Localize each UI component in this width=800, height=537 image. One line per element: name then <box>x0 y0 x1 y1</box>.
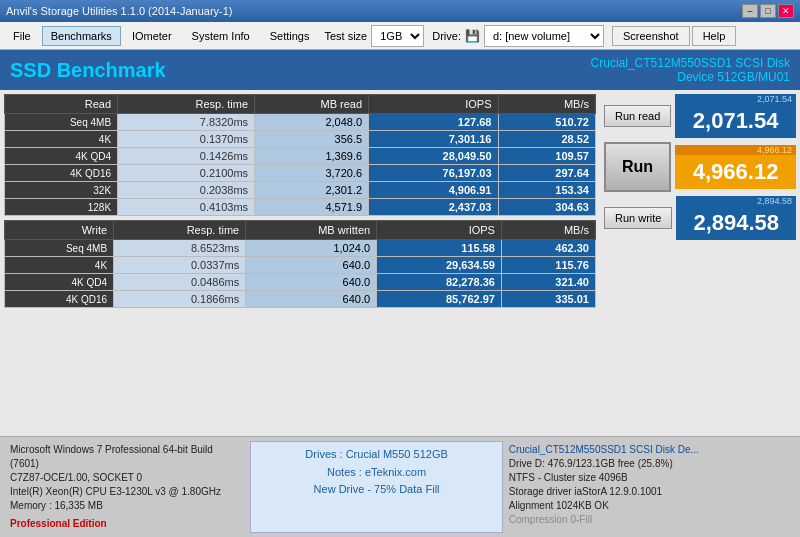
read-row-label: 4K <box>5 131 118 148</box>
write-table-row: 4K 0.0337ms 640.0 29,634.59 115.76 <box>5 257 596 274</box>
read-iops: 7,301.16 <box>369 131 498 148</box>
write-resp-time: 0.0486ms <box>114 274 246 291</box>
read-resp-time: 7.8320ms <box>118 114 255 131</box>
run-read-score-big: 2,071.54 <box>675 104 796 138</box>
device-info: Crucial_CT512M550SSD1 SCSI Disk Device 5… <box>591 56 790 84</box>
read-resp-time: 0.1370ms <box>118 131 255 148</box>
write-iops: 82,278.36 <box>377 274 502 291</box>
read-table-row: 32K 0.2038ms 2,301.2 4,906.91 153.34 <box>5 182 596 199</box>
read-mb: 356.5 <box>255 131 369 148</box>
minimize-button[interactable]: – <box>742 4 758 18</box>
run-write-score: 2,894.58 2,894.58 <box>676 196 796 240</box>
read-mb: 2,301.2 <box>255 182 369 199</box>
title-bar-text: Anvil's Storage Utilities 1.1.0 (2014-Ja… <box>6 5 232 17</box>
sys-info-line: Intel(R) Xeon(R) CPU E3-1230L v3 @ 1.80G… <box>10 485 244 499</box>
run-read-score-small: 2,071.54 <box>675 94 796 104</box>
write-table-row: 4K QD4 0.0486ms 640.0 82,278.36 321.40 <box>5 274 596 291</box>
close-button[interactable]: ✕ <box>778 4 794 18</box>
menu-settings[interactable]: Settings <box>261 26 319 46</box>
test-size-label: Test size <box>324 30 367 42</box>
menu-system-info[interactable]: System Info <box>183 26 259 46</box>
read-mbs: 28.52 <box>498 131 596 148</box>
write-table-row: Seq 4MB 8.6523ms 1,024.0 115.58 462.30 <box>5 240 596 257</box>
title-bar: Anvil's Storage Utilities 1.1.0 (2014-Ja… <box>0 0 800 22</box>
write-resp-time: 0.1866ms <box>114 291 246 308</box>
notes-line2: Notes : eTeknix.com <box>259 464 493 482</box>
write-table: Write Resp. time MB written IOPS MB/s Se… <box>4 220 596 308</box>
main-content: SSD Benchmark Crucial_CT512M550SSD1 SCSI… <box>0 50 800 537</box>
write-iops: 85,762.97 <box>377 291 502 308</box>
write-mb: 1,024.0 <box>246 240 377 257</box>
write-mbs: 335.01 <box>501 291 595 308</box>
write-resp-time: 8.6523ms <box>114 240 246 257</box>
read-mbs: 109.57 <box>498 148 596 165</box>
read-mbs: 153.34 <box>498 182 596 199</box>
read-mbs: 304.63 <box>498 199 596 216</box>
menu-benchmarks[interactable]: Benchmarks <box>42 26 121 46</box>
read-table-row: 4K QD16 0.2100ms 3,720.6 76,197.03 297.6… <box>5 165 596 182</box>
read-table: Read Resp. time MB read IOPS MB/s Seq 4M… <box>4 94 596 216</box>
run-button[interactable]: Run <box>604 142 671 192</box>
read-resp-time: 0.2038ms <box>118 182 255 199</box>
read-mb: 1,369.6 <box>255 148 369 165</box>
read-row-label: Seq 4MB <box>5 114 118 131</box>
pro-edition-label: Professional Edition <box>10 517 244 531</box>
tables-area: Read Resp. time MB read IOPS MB/s Seq 4M… <box>0 90 600 436</box>
write-iops: 115.58 <box>377 240 502 257</box>
write-row-label: 4K <box>5 257 114 274</box>
run-read-button[interactable]: Run read <box>604 105 671 127</box>
read-table-row: Seq 4MB 7.8320ms 2,048.0 127.68 510.72 <box>5 114 596 131</box>
menu-iometer[interactable]: IOmeter <box>123 26 181 46</box>
run-write-button[interactable]: Run write <box>604 207 672 229</box>
read-table-row: 128K 0.4103ms 4,571.9 2,437.03 304.63 <box>5 199 596 216</box>
run-score: 4,966.12 4,966.12 <box>675 145 796 189</box>
read-mb: 3,720.6 <box>255 165 369 182</box>
main-run-group: Run 4,966.12 4,966.12 <box>604 142 796 192</box>
maximize-button[interactable]: □ <box>760 4 776 18</box>
read-resp-time: 0.1426ms <box>118 148 255 165</box>
drive-icon: 💾 <box>465 29 480 43</box>
test-size-select[interactable]: 1GB 2GB 4GB <box>371 25 424 47</box>
read-iops: 2,437.03 <box>369 199 498 216</box>
title-bar-buttons: – □ ✕ <box>742 4 794 18</box>
device-line1: Crucial_CT512M550SSD1 SCSI Disk <box>591 56 790 70</box>
write-resp-time: 0.0337ms <box>114 257 246 274</box>
sys-info-line: C7Z87-OCE/1.00, SOCKET 0 <box>10 471 244 485</box>
read-mb: 4,571.9 <box>255 199 369 216</box>
help-button[interactable]: Help <box>692 26 737 46</box>
read-table-row: 4K 0.1370ms 356.5 7,301.16 28.52 <box>5 131 596 148</box>
content-area: Read Resp. time MB read IOPS MB/s Seq 4M… <box>0 90 800 436</box>
run-score-small: 4,966.12 <box>675 145 796 155</box>
sys-info-line: Microsoft Windows 7 Professional 64-bit … <box>10 443 244 471</box>
read-row-label: 32K <box>5 182 118 199</box>
read-row-label: 4K QD16 <box>5 165 118 182</box>
read-mbs: 510.72 <box>498 114 596 131</box>
notes-line1: Drives : Crucial M550 512GB <box>259 446 493 464</box>
drive-info-fs: NTFS - Cluster size 4096B <box>509 471 790 485</box>
write-mb: 640.0 <box>246 274 377 291</box>
read-mbs: 297.64 <box>498 165 596 182</box>
run-score-big: 4,966.12 <box>675 155 796 189</box>
drive-group: Drive: 💾 d: [new volume] <box>432 25 604 47</box>
menu-bar: File Benchmarks IOmeter System Info Sett… <box>0 22 800 50</box>
write-mb: 640.0 <box>246 257 377 274</box>
write-iops: 29,634.59 <box>377 257 502 274</box>
write-mbs: 115.76 <box>501 257 595 274</box>
write-row-label: 4K QD4 <box>5 274 114 291</box>
test-size-group: Test size 1GB 2GB 4GB <box>324 25 424 47</box>
device-line2: Device 512GB/MU01 <box>591 70 790 84</box>
write-mbs: 321.40 <box>501 274 595 291</box>
run-read-group: Run read 2,071.54 2,071.54 <box>604 94 796 138</box>
write-table-row: 4K QD16 0.1866ms 640.0 85,762.97 335.01 <box>5 291 596 308</box>
read-iops: 4,906.91 <box>369 182 498 199</box>
drive-info-compression: Compression 0-Fill <box>509 513 790 527</box>
menu-file[interactable]: File <box>4 26 40 46</box>
screenshot-button[interactable]: Screenshot <box>612 26 690 46</box>
run-read-score: 2,071.54 2,071.54 <box>675 94 796 138</box>
drive-select[interactable]: d: [new volume] <box>484 25 604 47</box>
drive-info-alignment: Alignment 1024KB OK <box>509 499 790 513</box>
read-iops: 28,049.50 <box>369 148 498 165</box>
bottom-sys-info: Microsoft Windows 7 Professional 64-bit … <box>4 441 250 533</box>
drive-info-drive: Drive D: 476.9/123.1GB free (25.8%) <box>509 457 790 471</box>
read-row-label: 4K QD4 <box>5 148 118 165</box>
